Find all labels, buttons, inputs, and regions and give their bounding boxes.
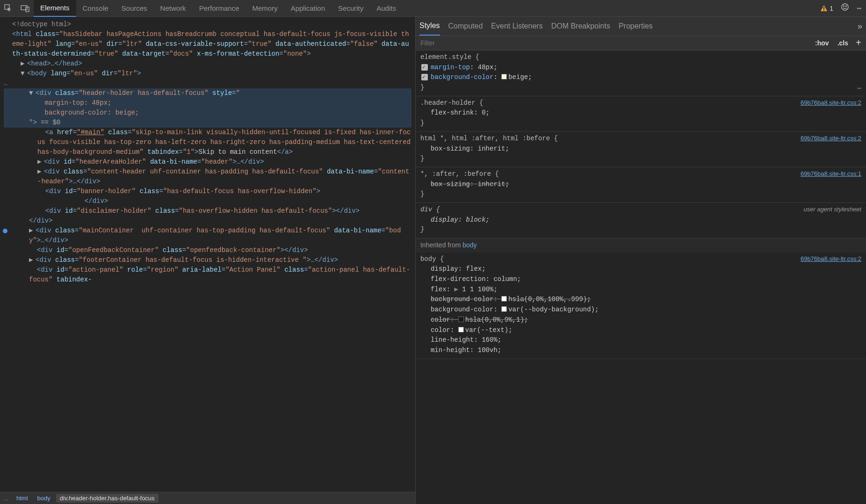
action-panel-element[interactable]: <div id="action-panel" role="region" ari… bbox=[4, 265, 411, 285]
svg-rect-1 bbox=[21, 6, 27, 10]
inherited-from-link[interactable]: body bbox=[462, 241, 476, 249]
body-element[interactable]: ▼<body lang="en-us" dir="ltr"> bbox=[4, 69, 411, 79]
banner-holder-element[interactable]: <div id="banner-holder" class="has-defau… bbox=[4, 187, 411, 206]
tab-console[interactable]: Console bbox=[76, 0, 115, 17]
ellipsis-node: … bbox=[4, 79, 411, 88]
inspect-icon[interactable] bbox=[0, 0, 17, 17]
html-element[interactable]: <html class="hasSidebar hasPageActions h… bbox=[4, 29, 411, 59]
source-link[interactable]: 69b76ba8.site-ltr.css:2 bbox=[801, 98, 861, 108]
tab-computed[interactable]: Computed bbox=[448, 17, 483, 36]
tab-properties[interactable]: Properties bbox=[619, 17, 653, 36]
doctype-node: <!doctype html> bbox=[12, 21, 71, 28]
styles-list[interactable]: element.style { margin-top: 48px; backgr… bbox=[416, 50, 866, 504]
tab-security[interactable]: Security bbox=[332, 0, 370, 17]
tab-sources[interactable]: Sources bbox=[115, 0, 154, 17]
source-ua: user agent stylesheet bbox=[803, 205, 861, 214]
feedback-container-element[interactable]: <div id="openFeedbackContainer" class="o… bbox=[4, 245, 411, 255]
dom-tree[interactable]: <!doctype html> <html class="hasSidebar … bbox=[0, 17, 415, 492]
svg-point-5 bbox=[842, 4, 848, 10]
more-menu-icon[interactable]: ⋯ bbox=[852, 4, 866, 13]
footer-element[interactable]: ▶<div class="footerContainer has-default… bbox=[4, 255, 411, 265]
source-link[interactable]: 69b76ba8.site-ltr.css:1 bbox=[801, 169, 861, 179]
prop-background-color[interactable]: background-color: beige; bbox=[420, 72, 861, 83]
content-header-element[interactable]: ▶<div class="content-header uhf-containe… bbox=[4, 167, 411, 187]
breakpoint-marker[interactable] bbox=[3, 229, 7, 233]
elements-panel: <!doctype html> <html class="hasSidebar … bbox=[0, 17, 416, 504]
warning-count: 1 bbox=[830, 5, 833, 12]
svg-point-6 bbox=[844, 6, 844, 7]
main-toolbar: Elements Console Sources Network Perform… bbox=[0, 0, 866, 17]
rule-star[interactable]: 69b76ba8.site-ltr.css:1 *, :after, :befo… bbox=[416, 167, 866, 203]
hov-toggle[interactable]: :hov bbox=[812, 38, 832, 48]
svg-rect-4 bbox=[823, 10, 824, 11]
tab-elements[interactable]: Elements bbox=[34, 0, 76, 17]
device-toggle-icon[interactable] bbox=[17, 0, 34, 17]
color-swatch[interactable] bbox=[501, 74, 507, 79]
tab-audits[interactable]: Audits bbox=[370, 0, 403, 17]
filter-bar: :hov .cls + bbox=[416, 36, 866, 50]
tab-dom-breakpoints[interactable]: DOM Breakpoints bbox=[551, 17, 610, 36]
div-close[interactable]: </div> bbox=[4, 216, 411, 226]
breadcrumb-body[interactable]: body bbox=[34, 494, 54, 503]
header-area-element[interactable]: ▶<div id="headerAreaHolder" data-bi-name… bbox=[4, 157, 411, 167]
tab-application[interactable]: Application bbox=[284, 0, 332, 17]
breadcrumb-ellipsis[interactable]: … bbox=[3, 495, 11, 502]
color-swatch[interactable] bbox=[458, 327, 464, 332]
color-swatch[interactable] bbox=[458, 317, 464, 322]
prop-checkbox[interactable] bbox=[421, 74, 428, 80]
tab-network[interactable]: Network bbox=[154, 0, 193, 17]
color-swatch[interactable] bbox=[501, 296, 507, 302]
new-rule-icon[interactable]: + bbox=[851, 38, 861, 49]
tab-styles[interactable]: Styles bbox=[419, 17, 440, 36]
source-link[interactable]: 69b76ba8.site-ltr.css:2 bbox=[801, 254, 861, 264]
tab-memory[interactable]: Memory bbox=[246, 0, 284, 17]
warning-badge[interactable]: 1 bbox=[820, 5, 838, 12]
inherited-header: Inherited from body bbox=[416, 238, 866, 252]
main-container-element[interactable]: ▶<div class="mainContainer uhf-container… bbox=[4, 226, 411, 245]
cls-toggle[interactable]: .cls bbox=[835, 38, 851, 48]
styles-panel: Styles Computed Event Listeners DOM Brea… bbox=[416, 17, 866, 504]
rule-more-icon[interactable]: ⋯ bbox=[858, 84, 861, 94]
color-swatch[interactable] bbox=[501, 306, 507, 312]
filter-input[interactable] bbox=[420, 39, 809, 47]
tab-performance[interactable]: Performance bbox=[193, 0, 246, 17]
feedback-icon[interactable] bbox=[838, 3, 852, 14]
svg-rect-3 bbox=[823, 7, 824, 9]
disclaimer-element[interactable]: <div id="disclaimer-holder" class="has-o… bbox=[4, 206, 411, 216]
selector: element.style { bbox=[420, 53, 479, 61]
breadcrumb-current[interactable]: div.header-holder.has-default-focus bbox=[56, 494, 159, 503]
breadcrumb: … html body div.header-holder.has-defaul… bbox=[0, 492, 415, 504]
head-element[interactable]: ▶<head>…</head> bbox=[4, 59, 411, 69]
tab-listeners[interactable]: Event Listeners bbox=[491, 17, 542, 36]
rule-element-style[interactable]: element.style { margin-top: 48px; backgr… bbox=[416, 50, 866, 96]
rule-header-holder[interactable]: 69b76ba8.site-ltr.css:2 .header-holder {… bbox=[416, 96, 866, 132]
a-element[interactable]: <a href="#main" class="skip-to-main-link… bbox=[4, 128, 411, 157]
selected-element[interactable]: ▼<div class="header-holder has-default-f… bbox=[4, 88, 411, 128]
sidebar-tabs: Styles Computed Event Listeners DOM Brea… bbox=[416, 17, 866, 36]
more-tabs-icon[interactable]: » bbox=[858, 22, 862, 31]
prop-checkbox[interactable] bbox=[421, 64, 428, 71]
svg-point-7 bbox=[846, 6, 847, 7]
rule-body[interactable]: 69b76ba8.site-ltr.css:2 body { display: … bbox=[416, 252, 866, 359]
source-link[interactable]: 69b76ba8.site-ltr.css:2 bbox=[801, 134, 861, 143]
breadcrumb-html[interactable]: html bbox=[13, 494, 32, 503]
rule-div-ua[interactable]: user agent stylesheet div { display: blo… bbox=[416, 203, 866, 238]
rule-html-star[interactable]: 69b76ba8.site-ltr.css:2 html *, html :af… bbox=[416, 132, 866, 167]
prop-margin-top[interactable]: margin-top: 48px; bbox=[420, 63, 861, 73]
